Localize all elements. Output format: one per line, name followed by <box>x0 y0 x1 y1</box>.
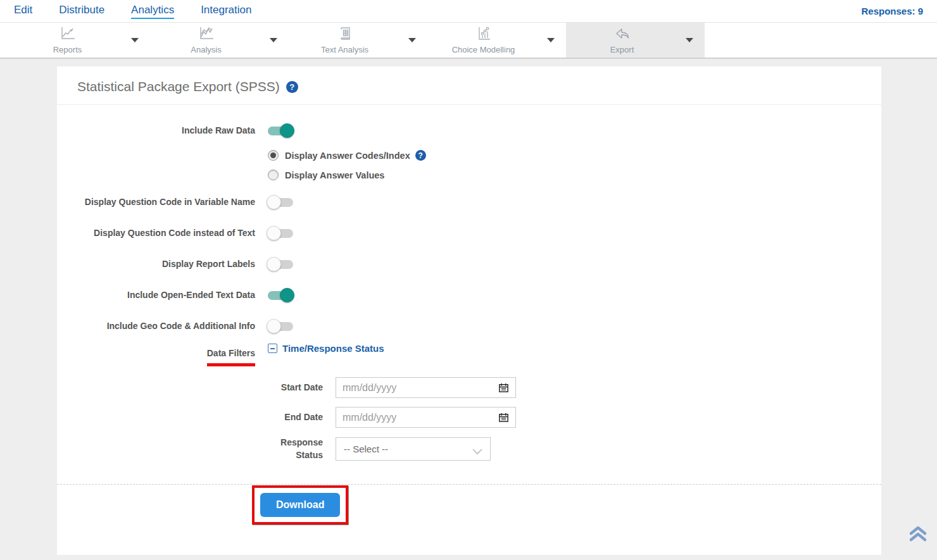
start-date-label: Start Date <box>57 382 323 394</box>
data-filters-label: Data Filters <box>57 348 255 366</box>
setting-label: Include Geo Code & Additional Info <box>57 321 255 332</box>
calendar-icon[interactable] <box>498 412 509 423</box>
setting-row-report-labels: Display Report Labels <box>57 255 881 274</box>
setting-row-question-code-text: Display Question Code instead of Text <box>57 224 881 243</box>
subnav-item-export[interactable]: Export <box>566 23 705 58</box>
tab-analytics[interactable]: Analytics <box>131 4 174 19</box>
setting-row-question-code-variable: Display Question Code in Variable Name <box>57 193 881 212</box>
end-date-row: End Date <box>57 407 881 428</box>
answer-display-radio-group: Display Answer Codes/Index ? Display Ans… <box>268 150 881 180</box>
panel-title-row: Statistical Package Export (SPSS) ? <box>57 66 881 105</box>
start-date-input[interactable] <box>343 382 498 394</box>
start-date-row: Start Date <box>57 377 881 398</box>
response-status-row: Response Status -- Select -- <box>57 437 881 461</box>
export-arrow-icon <box>614 26 631 44</box>
setting-label: Display Report Labels <box>57 259 255 270</box>
scatter-bar-chart-icon <box>475 26 492 44</box>
setting-row-include-raw-data: Include Raw Data <box>57 121 881 140</box>
subnav-item-text-analysis[interactable]: Text Analysis <box>289 23 427 58</box>
subnav-item-reports[interactable]: Reports <box>11 23 150 58</box>
red-highlight-box: Download <box>252 485 348 525</box>
radio-display-answer-values[interactable]: Display Answer Values <box>268 170 881 180</box>
radio-display-answer-codes[interactable]: Display Answer Codes/Index ? <box>268 150 881 161</box>
response-status-label: Response Status <box>57 437 323 461</box>
open-ended-toggle[interactable] <box>268 291 293 300</box>
analytics-subnav: Reports Analysis <box>0 23 937 59</box>
toggle-knob <box>280 288 294 302</box>
radio-label: Display Answer Values <box>285 170 384 180</box>
setting-row-open-ended: Include Open-Ended Text Data <box>57 286 881 305</box>
setting-label: Include Open-Ended Text Data <box>57 290 255 301</box>
data-filters-row: Data Filters Time/Response Status <box>57 348 881 367</box>
chevron-down-icon[interactable] <box>686 38 693 42</box>
chevron-down-icon[interactable] <box>408 38 416 42</box>
chevron-down-icon <box>472 446 482 452</box>
toggle-knob <box>267 257 281 271</box>
radio-button[interactable] <box>268 150 279 161</box>
export-settings-form: Include Raw Data Display Answer Codes/In… <box>57 105 881 461</box>
help-icon[interactable]: ? <box>415 150 426 161</box>
data-filters-label-text: Data Filters <box>207 348 255 366</box>
download-area: Download <box>252 486 881 525</box>
radio-button[interactable] <box>268 170 279 180</box>
subnav-label: Reports <box>53 45 82 54</box>
document-grid-icon <box>337 26 353 44</box>
select-value: -- Select -- <box>344 444 472 454</box>
question-code-variable-toggle[interactable] <box>268 198 293 207</box>
setting-label: Include Raw Data <box>57 125 255 137</box>
subnav-item-analysis[interactable]: Analysis <box>150 23 289 58</box>
include-raw-data-toggle[interactable] <box>268 127 293 135</box>
subnav-label: Analysis <box>191 45 221 54</box>
question-code-text-toggle[interactable] <box>268 229 293 238</box>
multi-line-chart-icon <box>198 26 215 44</box>
end-date-input[interactable] <box>343 412 498 423</box>
tab-edit[interactable]: Edit <box>14 4 32 19</box>
top-navigation: Edit Distribute Analytics Integration Re… <box>0 0 937 23</box>
end-date-label: End Date <box>57 411 323 424</box>
line-chart-icon <box>60 26 76 44</box>
subnav-item-choice-modelling[interactable]: Choice Modelling <box>427 23 566 58</box>
tab-distribute[interactable]: Distribute <box>59 4 104 19</box>
tab-integration[interactable]: Integration <box>201 4 251 19</box>
chevron-down-icon[interactable] <box>547 38 555 42</box>
collapse-minus-icon[interactable] <box>268 344 277 353</box>
page-title: Statistical Package Export (SPSS) <box>77 79 280 94</box>
geo-code-toggle[interactable] <box>268 322 293 331</box>
chevron-down-icon[interactable] <box>131 38 139 42</box>
chevron-down-icon[interactable] <box>270 38 277 42</box>
responses-count: Responses: 9 <box>861 6 923 16</box>
dashed-separator <box>57 484 881 485</box>
response-status-select[interactable]: -- Select -- <box>336 437 491 461</box>
radio-label: Display Answer Codes/Index <box>285 151 410 161</box>
toggle-knob <box>267 226 281 240</box>
end-date-field <box>336 407 516 428</box>
toggle-knob <box>267 319 281 333</box>
download-button[interactable]: Download <box>260 493 340 517</box>
time-response-status-header[interactable]: Time/Response Status <box>268 343 384 354</box>
toggle-knob <box>267 195 281 209</box>
help-icon[interactable]: ? <box>286 81 298 93</box>
toggle-knob <box>280 123 294 138</box>
subnav-label: Choice Modelling <box>452 45 515 54</box>
calendar-icon[interactable] <box>498 382 509 393</box>
export-panel: Statistical Package Export (SPSS) ? Incl… <box>57 66 881 555</box>
setting-label: Display Question Code instead of Text <box>57 228 255 239</box>
section-title: Time/Response Status <box>282 343 384 354</box>
subnav-label: Export <box>610 45 634 54</box>
start-date-field <box>336 377 516 398</box>
scroll-to-top-button[interactable] <box>908 525 928 546</box>
setting-row-geo-code: Include Geo Code & Additional Info <box>57 317 881 336</box>
subnav-label: Text Analysis <box>321 45 368 54</box>
report-labels-toggle[interactable] <box>268 260 293 269</box>
setting-label: Display Question Code in Variable Name <box>57 197 255 208</box>
